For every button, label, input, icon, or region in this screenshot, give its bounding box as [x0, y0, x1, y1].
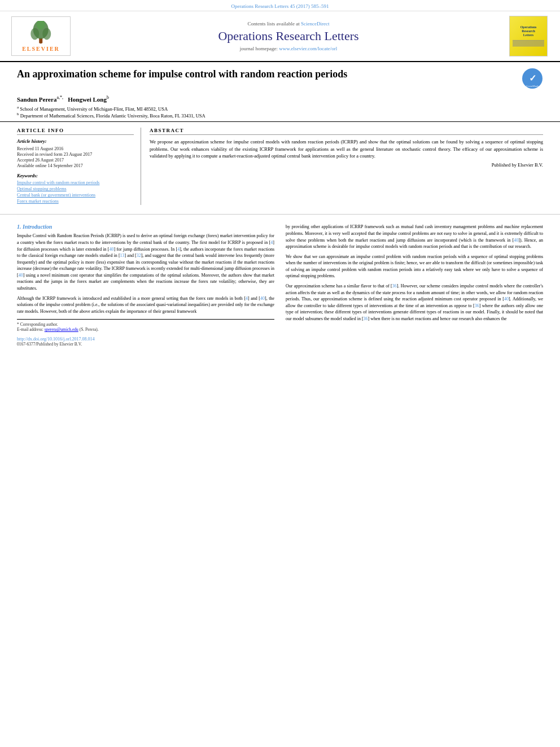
email-link[interactable]: sperera@umich.edu [45, 327, 78, 332]
email-line: E-mail address: sperera@umich.edu (S. Pe… [17, 327, 274, 332]
history-item-1: Received 11 August 2016 [17, 146, 134, 151]
ref-4c[interactable]: 4 [246, 296, 248, 301]
svg-point-5 [40, 40, 41, 41]
history-item-2: Received in revised form 23 August 2017 [17, 152, 134, 157]
ref-40a[interactable]: 40 [110, 247, 114, 252]
corresponding-note: * Corresponding author. [17, 322, 274, 327]
ref-4b[interactable]: 4 [177, 247, 180, 252]
crossmark-icon[interactable]: ✓ CrossMark [516, 68, 543, 90]
svg-text:✓: ✓ [529, 73, 536, 83]
intro-heading: 1. Introduction [17, 224, 274, 230]
intro-paragraph-2: Although the ICRRP framework is introduc… [17, 295, 274, 315]
journal-cover-thumbnail: OperationsResearchLetters [509, 16, 549, 56]
main-content: 1. Introduction Impulse Control with Ran… [0, 218, 560, 352]
elsevier-wordmark: ELSEVIER [22, 46, 60, 52]
journal-header-center: Contents lists available at ScienceDirec… [73, 21, 504, 51]
abstract-col: ABSTRACT We propose an approximation sch… [150, 128, 543, 205]
journal-citation: Operations Research Letters 45 (2017) 58… [0, 0, 560, 11]
ref-40b[interactable]: 40 [19, 273, 23, 278]
svg-rect-6 [40, 41, 41, 43]
citation-text: Operations Research Letters 45 (2017) 58… [231, 3, 329, 9]
footnote-area: * Corresponding author. E-mail address: … [17, 319, 274, 347]
sciencedirect-link[interactable]: ScienceDirect [301, 21, 329, 27]
right-paragraph-1: by providing other applications of ICRRP… [286, 224, 543, 250]
ref-36b[interactable]: 36 [475, 303, 479, 308]
abstract-text: We propose an approximation scheme for i… [150, 138, 543, 159]
keyword-2[interactable]: Optimal stopping problems [17, 186, 134, 191]
published-by: Published by Elsevier B.V. [150, 162, 543, 168]
article-info-label: ARTICLE INFO [17, 128, 134, 135]
affiliation-1: a School of Management, University of Mi… [17, 105, 543, 112]
history-item-4: Available online 14 September 2017 [17, 163, 134, 168]
history-item-3: Accepted 26 August 2017 [17, 158, 134, 163]
elsevier-logo: ELSEVIER [11, 16, 73, 56]
article-header-section: An approximation scheme for impulse cont… [0, 62, 560, 122]
author-2-name: Hongwei Long [68, 96, 107, 103]
ref-4[interactable]: 4 [270, 240, 273, 245]
keyword-4[interactable]: Forex market reactions [17, 199, 134, 204]
journal-header: ELSEVIER Contents lists available at Sci… [0, 11, 560, 62]
intro-paragraph-1: Impulse Control with Random Reaction Per… [17, 233, 274, 291]
journal-title: Operations Research Letters [73, 29, 504, 43]
homepage-link[interactable]: www.elsevier.com/locate/orl [279, 46, 337, 51]
history-label: Article history: [17, 138, 134, 144]
ref-13[interactable]: 13 [120, 253, 125, 258]
keyword-3[interactable]: Central bank (or government) interventio… [17, 193, 134, 198]
ref-40e[interactable]: 40 [504, 296, 509, 302]
ref-40d[interactable]: 40 [514, 238, 518, 243]
keyword-1[interactable]: Impulse control with random reaction per… [17, 180, 134, 185]
journal-homepage: journal homepage: www.elsevier.com/locat… [73, 46, 504, 51]
ref-32[interactable]: 32 [137, 253, 141, 258]
right-paragraph-2: We show that we can approximate an impul… [286, 254, 543, 279]
svg-point-3 [42, 28, 51, 40]
main-right-col: by providing other applications of ICRRP… [286, 224, 543, 347]
elsevier-tree-icon [24, 21, 58, 45]
ref-40c[interactable]: 40 [260, 296, 265, 301]
svg-text:CrossMark: CrossMark [526, 85, 539, 88]
affiliations: a School of Management, University of Mi… [17, 105, 543, 119]
keywords-label: Keywords: [17, 173, 134, 178]
sciencedirect-label: Contents lists available at ScienceDirec… [73, 21, 504, 27]
author-1-name: Sandun Perera [17, 96, 56, 103]
cover-title: OperationsResearchLetters [520, 25, 537, 38]
affiliation-2: b Department of Mathematical Sciences, F… [17, 112, 543, 119]
ref-36c[interactable]: 36 [364, 316, 368, 321]
doi-link[interactable]: http://dx.doi.org/10.1016/j.orl.2017.08.… [17, 337, 94, 342]
article-info-abstract-section: ARTICLE INFO Article history: Received 1… [0, 122, 560, 211]
article-title: An approximation scheme for impulse cont… [17, 68, 347, 81]
main-left-col: 1. Introduction Impulse Control with Ran… [17, 224, 274, 347]
issn-text: 0167-6377/Published by Elsevier B.V. [17, 342, 274, 347]
ref-36a[interactable]: 36 [392, 283, 397, 289]
right-paragraph-3: Our approximation scheme has a similar f… [286, 283, 543, 322]
abstract-label: ABSTRACT [150, 128, 543, 135]
svg-point-2 [30, 28, 39, 40]
authors-line: Sandun Pereraa,*, Hongwei Longb [17, 95, 543, 103]
article-info-col: ARTICLE INFO Article history: Received 1… [17, 128, 141, 205]
